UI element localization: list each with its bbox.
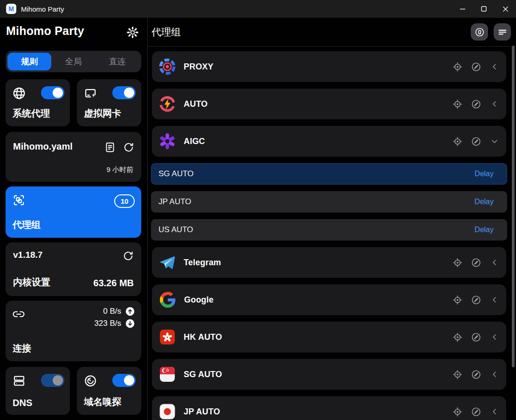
sniffer-icon [83, 374, 97, 388]
group-row-auto[interactable]: AUTO [152, 89, 506, 119]
node-name: US AUTO [158, 225, 193, 234]
core-restart-icon[interactable] [122, 250, 134, 262]
sidebar-item-proxy-groups[interactable]: 10 代理组 [6, 186, 141, 238]
tun-toggle[interactable] [112, 86, 136, 99]
chevron-left-icon [490, 99, 499, 109]
system-proxy-label: 系统代理 [13, 107, 50, 120]
settings-button[interactable] [125, 25, 139, 39]
list-mode-button[interactable] [494, 23, 511, 41]
delay-button[interactable]: Delay [475, 226, 494, 234]
delay-test-button[interactable] [470, 98, 482, 110]
crosshair-icon [452, 369, 463, 380]
outbound-mode-tabs: 规则 全局 直连 [6, 51, 141, 72]
chevron-left-icon [490, 332, 499, 342]
delay-test-button[interactable] [470, 294, 482, 305]
tab-global[interactable]: 全局 [51, 53, 95, 70]
gauge-icon [471, 369, 482, 380]
delay-test-all-button[interactable] [471, 23, 488, 41]
window-controls [452, 0, 516, 18]
chevron-left-icon [490, 295, 499, 304]
expand-button[interactable] [489, 98, 500, 110]
zero-circle-icon [475, 27, 485, 37]
maximize-button[interactable] [473, 0, 495, 18]
group-row-hk-auto[interactable]: HK AUTO [152, 322, 506, 352]
group-row-aigc[interactable]: AIGC [152, 126, 506, 157]
titlebar: M Mihomo Party [0, 0, 516, 18]
locate-node-button[interactable] [452, 406, 463, 417]
dns-card[interactable]: DNS [6, 367, 70, 415]
delay-button[interactable]: Delay [475, 198, 494, 206]
expand-button[interactable] [489, 257, 500, 268]
crosshair-icon [452, 406, 463, 417]
delay-test-button[interactable] [470, 331, 482, 343]
expand-button[interactable] [489, 369, 500, 380]
locate-node-button[interactable] [452, 369, 463, 380]
dns-server-icon [12, 374, 26, 388]
node-row-jp-auto[interactable]: JP AUTO Delay [151, 191, 507, 213]
delay-button[interactable]: Delay [475, 170, 494, 178]
tab-rule[interactable]: 规则 [7, 53, 51, 70]
expand-button[interactable] [489, 406, 500, 417]
locate-node-button[interactable] [452, 98, 463, 110]
node-name: JP AUTO [158, 197, 191, 207]
chevron-left-icon [490, 62, 499, 71]
gauge-icon [471, 406, 482, 417]
scrollbar[interactable] [512, 46, 515, 367]
expand-button[interactable] [489, 61, 500, 72]
group-name: Google [184, 295, 213, 305]
sidebar: Mihomo Party 规则 全局 直连 系统代理 [0, 18, 147, 420]
locate-node-button[interactable] [452, 136, 463, 147]
gauge-icon [471, 136, 482, 147]
gauge-icon [471, 295, 482, 305]
globe-icon [12, 86, 26, 100]
minimize-button[interactable] [452, 0, 473, 18]
expand-button[interactable] [489, 294, 500, 305]
close-button[interactable] [495, 0, 516, 18]
hong-kong-flag-icon [159, 329, 176, 345]
upload-speed: 0 B/s [103, 307, 121, 316]
document-icon[interactable] [104, 141, 116, 153]
main-header: 代理组 [148, 18, 516, 47]
expand-button[interactable] [489, 331, 500, 343]
group-row-sg-auto[interactable]: SG AUTO [152, 359, 506, 390]
refresh-icon[interactable] [123, 141, 135, 153]
group-name: SG AUTO [184, 370, 222, 379]
titlebar-app-title: Mihomo Party [21, 5, 64, 13]
node-row-us-auto[interactable]: US AUTO Delay [151, 219, 507, 241]
delay-test-button[interactable] [470, 369, 482, 380]
collapse-button[interactable] [489, 136, 500, 147]
locate-node-button[interactable] [452, 61, 463, 72]
core-settings-card[interactable]: v1.18.7 内核设置 63.26 MB [6, 242, 141, 296]
delay-test-button[interactable] [470, 136, 482, 147]
upload-arrow-icon [125, 306, 135, 317]
group-row-google[interactable]: Google [152, 284, 506, 315]
delay-test-button[interactable] [470, 61, 482, 72]
locate-node-button[interactable] [452, 257, 463, 268]
locate-node-button[interactable] [452, 331, 463, 343]
tab-direct[interactable]: 直连 [96, 53, 139, 70]
group-name: JP AUTO [184, 407, 220, 417]
chevron-down-icon [490, 137, 499, 146]
sniff-card[interactable]: 域名嗅探 [77, 367, 141, 415]
node-row-sg-auto[interactable]: SG AUTO Delay [151, 163, 507, 185]
delay-test-button[interactable] [470, 406, 482, 417]
connections-card[interactable]: 0 B/s 323 B/s 连接 [6, 301, 141, 361]
system-proxy-card[interactable]: 系统代理 [6, 79, 70, 126]
download-arrow-icon [125, 318, 135, 329]
dns-toggle[interactable] [41, 374, 64, 387]
gauge-icon [471, 62, 482, 72]
locate-node-button[interactable] [452, 294, 463, 305]
tun-card[interactable]: 虚拟网卡 [77, 79, 141, 126]
group-row-proxy[interactable]: PROXY [152, 51, 506, 82]
group-row-telegram[interactable]: Telegram [152, 247, 506, 278]
chevron-left-icon [490, 407, 499, 416]
system-proxy-toggle[interactable] [41, 86, 64, 99]
profile-card[interactable]: Mihomo.yaml 9 小时前 [6, 132, 141, 182]
delay-test-button[interactable] [470, 257, 482, 268]
japan-flag-icon [159, 403, 176, 420]
gear-icon [126, 26, 139, 39]
group-name: AUTO [184, 99, 207, 109]
group-row-jp-auto[interactable]: JP AUTO [152, 396, 506, 420]
connections-label: 连接 [13, 342, 31, 355]
sniff-toggle[interactable] [112, 374, 136, 387]
